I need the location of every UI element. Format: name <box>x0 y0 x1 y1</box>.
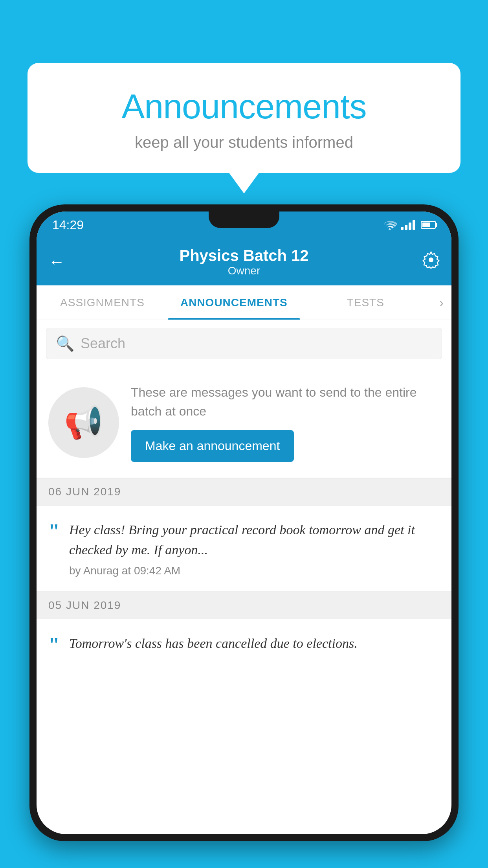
header-subtitle: Owner <box>179 265 308 277</box>
quote-icon-1: " <box>48 521 60 542</box>
search-placeholder: Search <box>81 335 125 352</box>
header-title: Physics Batch 12 <box>179 247 308 265</box>
battery-icon <box>421 221 436 229</box>
gear-icon <box>422 251 440 268</box>
date-separator-1: 06 JUN 2019 <box>37 478 451 506</box>
megaphone-icon: 📢 <box>64 404 103 441</box>
phone-container: 14:29 <box>29 204 459 868</box>
phone-notch <box>209 211 279 228</box>
announcement-meta-1: by Anurag at 09:42 AM <box>69 565 440 577</box>
date-separator-2: 05 JUN 2019 <box>37 592 451 619</box>
prompt-content: These are messages you want to send to t… <box>131 383 440 462</box>
status-icons <box>383 219 436 230</box>
speech-bubble: Announcements keep all your students inf… <box>28 63 460 173</box>
app-header: ← Physics Batch 12 Owner <box>37 238 451 285</box>
search-bar[interactable]: 🔍 Search <box>46 328 442 359</box>
back-button[interactable]: ← <box>48 252 65 271</box>
quote-icon-2: " <box>48 635 60 655</box>
signal-icon <box>401 220 415 230</box>
status-time: 14:29 <box>52 218 84 232</box>
make-announcement-button[interactable]: Make an announcement <box>131 430 294 462</box>
tab-tests[interactable]: TESTS <box>300 285 431 320</box>
announcement-item-1: " Hey class! Bring your practical record… <box>37 506 451 592</box>
search-icon: 🔍 <box>56 335 74 352</box>
svg-point-0 <box>429 257 433 262</box>
announcement-item-2: " Tomorrow's class has been cancelled du… <box>37 619 451 672</box>
search-container: 🔍 Search <box>37 320 451 367</box>
speech-bubble-title: Announcements <box>51 86 437 127</box>
tab-announcements[interactable]: ANNOUNCEMENTS <box>168 285 300 320</box>
settings-button[interactable] <box>422 251 440 272</box>
announcement-prompt: 📢 These are messages you want to send to… <box>37 367 451 478</box>
tab-more[interactable]: › <box>431 285 451 320</box>
announcement-content-2: Tomorrow's class has been cancelled due … <box>69 633 440 658</box>
megaphone-circle: 📢 <box>48 387 119 458</box>
announcement-text-2: Tomorrow's class has been cancelled due … <box>69 633 440 653</box>
announcement-text-1: Hey class! Bring your practical record b… <box>69 520 440 560</box>
speech-bubble-container: Announcements keep all your students inf… <box>28 63 460 173</box>
wifi-icon <box>383 219 397 230</box>
phone-frame: 14:29 <box>29 204 459 841</box>
announcement-content-1: Hey class! Bring your practical record b… <box>69 520 440 577</box>
tab-bar: ASSIGNMENTS ANNOUNCEMENTS TESTS › <box>37 285 451 320</box>
header-center: Physics Batch 12 Owner <box>179 247 308 277</box>
speech-bubble-subtitle: keep all your students informed <box>51 134 437 151</box>
prompt-description: These are messages you want to send to t… <box>131 383 440 421</box>
tab-assignments[interactable]: ASSIGNMENTS <box>37 285 168 320</box>
phone-screen: 14:29 <box>37 211 451 834</box>
